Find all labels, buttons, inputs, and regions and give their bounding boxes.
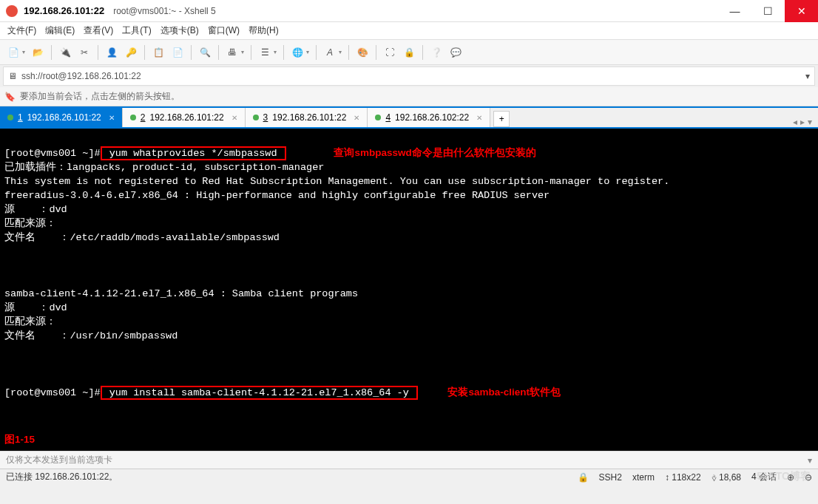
close-tab-icon[interactable]: ✕ (354, 114, 359, 122)
menu-tabs[interactable]: 选项卡(B) (160, 24, 199, 37)
close-button[interactable]: ✕ (785, 0, 818, 22)
close-tab-icon[interactable]: ✕ (231, 114, 237, 122)
hint-text: 要添加当前会话，点击左侧的箭头按钮。 (20, 90, 180, 103)
output-line: 文件名 ：/etc/raddb/mods-available/smbpasswd (4, 232, 280, 243)
tab-number: 4 (385, 112, 391, 123)
separator (191, 45, 192, 60)
open-icon[interactable]: 📂 (29, 44, 47, 61)
status-term: xterm (632, 472, 655, 483)
window-controls: — ☐ ✕ (718, 0, 818, 22)
address-url: ssh://root@192.168.26.101:22 (21, 71, 141, 81)
tab-number: 1 (18, 112, 23, 123)
tab-prev-icon[interactable]: ◂ (793, 117, 797, 127)
print-icon[interactable]: 🖶 (223, 44, 241, 61)
tab-number: 3 (263, 112, 268, 123)
search-icon[interactable]: 🔍 (196, 44, 214, 61)
titlebar: 192.168.26.101:22 root@vms001:~ - Xshell… (0, 0, 818, 22)
tab-nav: ◂ ▸ ▾ (787, 117, 818, 127)
globe-icon[interactable]: 🌐 (288, 44, 306, 61)
app-icon (6, 5, 18, 17)
menu-tools[interactable]: 工具(T) (122, 24, 151, 37)
dropdown-icon[interactable]: ▾ (339, 49, 342, 55)
tab-label: 192.168.26.102:22 (395, 112, 469, 123)
command-highlighted: yum whatprovides */smbpasswd (101, 146, 286, 160)
lock-icon[interactable]: 🔒 (400, 44, 418, 61)
dropdown-icon[interactable]: ▾ (274, 49, 277, 55)
output-line: samba-client-4.1.12-21.el7_1.x86_64 : Sa… (4, 288, 358, 299)
window-title: 192.168.26.101:22 (24, 5, 104, 16)
menu-help[interactable]: 帮助(H) (249, 24, 279, 37)
dropdown-icon[interactable]: ▾ (241, 49, 244, 55)
figure-label: 图1-15 (4, 432, 35, 446)
separator (218, 45, 219, 60)
resize-icon: ↕ (665, 472, 672, 483)
menu-edit[interactable]: 编辑(E) (45, 24, 75, 37)
bookmark-icon[interactable]: 🔖 (4, 92, 16, 102)
tab-session-4[interactable]: 4 192.168.26.102:22 ✕ (368, 108, 490, 127)
key-icon[interactable]: 🔑 (122, 44, 140, 61)
tabs-bar: 1 192.168.26.101:22 ✕ 2 192.168.26.101:2… (0, 106, 818, 127)
input-placeholder: 仅将文本发送到当前选项卡 (6, 454, 112, 466)
address-bar[interactable]: 🖥 ssh://root@192.168.26.101:22 ▾ (3, 67, 815, 86)
output-line: This system is not registered to Red Hat… (4, 176, 669, 187)
output-line: 已加载插件：langpacks, product-id, subscriptio… (4, 162, 324, 173)
color-icon[interactable]: 🎨 (354, 44, 371, 61)
status-dot-icon (7, 115, 13, 120)
terminal[interactable]: [root@vms001 ~]# yum whatprovides */smbp… (0, 127, 818, 451)
close-tab-icon[interactable]: ✕ (476, 114, 482, 122)
annotation: 查询smbpasswd命令是由什么软件包安装的 (334, 147, 535, 158)
status-size: ↕ 118x22 (665, 472, 701, 483)
tab-session-3[interactable]: 3 192.168.26.101:22 ✕ (246, 108, 368, 127)
tab-session-1[interactable]: 1 192.168.26.101:22 ✕ (0, 108, 123, 127)
separator (376, 45, 376, 60)
statusbar: 已连接 192.168.26.101:22。 🔒 SSH2 xterm ↕ 11… (0, 469, 818, 485)
output-line: 源 ：dvd (4, 302, 67, 313)
menu-view[interactable]: 查看(V) (84, 24, 113, 37)
maximize-button[interactable]: ☐ (751, 0, 785, 22)
tab-list-icon[interactable]: ▾ (808, 117, 812, 127)
dropdown-icon[interactable]: ▾ (808, 455, 812, 466)
output-line: 匹配来源： (4, 316, 56, 327)
menu-window[interactable]: 窗口(W) (208, 24, 240, 37)
fullscreen-icon[interactable]: ⛶ (381, 44, 399, 61)
status-lock-icon: 🔒 (578, 472, 589, 483)
font-icon[interactable]: A (321, 44, 339, 61)
output-line: 文件名 ：/usr/bin/smbpasswd (4, 330, 178, 341)
menu-file[interactable]: 文件(F) (7, 24, 36, 37)
menubar: 文件(F) 编辑(E) 查看(V) 工具(T) 选项卡(B) 窗口(W) 帮助(… (0, 22, 818, 40)
paste-icon[interactable]: 📄 (169, 44, 186, 61)
tab-session-2[interactable]: 2 192.168.26.101:22 ✕ (123, 108, 246, 127)
minimize-button[interactable]: — (718, 0, 751, 22)
dropdown-icon[interactable]: ▾ (306, 49, 309, 55)
tab-next-icon[interactable]: ▸ (800, 117, 805, 127)
output-line: 源 ：dvd (4, 204, 67, 215)
status-connection: 已连接 192.168.26.101:22。 (6, 471, 118, 483)
dropdown-icon[interactable]: ▾ (22, 49, 25, 55)
hint-bar: 🔖 要添加当前会话，点击左侧的箭头按钮。 (0, 87, 818, 106)
input-strip[interactable]: 仅将文本发送到当前选项卡 ▾ (0, 451, 818, 469)
close-tab-icon[interactable]: ✕ (109, 114, 115, 122)
profile-icon[interactable]: 👤 (103, 44, 121, 61)
output-line: 匹配来源： (4, 218, 56, 229)
add-tab-button[interactable]: + (493, 111, 510, 127)
output-line: freeradius-3.0.4-6.el7.x86_64 : High-per… (4, 190, 550, 201)
separator (283, 45, 284, 60)
copy-icon[interactable]: 📋 (149, 44, 167, 61)
cursor-icon: ⎀ (711, 472, 719, 483)
reconnect-icon[interactable]: 🔌 (56, 44, 74, 61)
status-dot-icon (130, 115, 136, 120)
disconnect-icon[interactable]: ✂ (75, 44, 93, 61)
status-dot-icon (253, 115, 259, 120)
help-icon[interactable]: ❔ (427, 44, 445, 61)
shell-prompt: [root@vms001 ~]# (4, 148, 101, 159)
properties-icon[interactable]: ☰ (256, 44, 274, 61)
separator (144, 45, 145, 60)
command-highlighted: yum install samba-client-4.1.12-21.el7_1… (101, 386, 418, 400)
shell-prompt: [root@vms001 ~]# (4, 387, 101, 398)
dropdown-icon[interactable]: ▾ (805, 71, 810, 81)
chat-icon[interactable]: 💬 (447, 44, 464, 61)
window-subtitle: root@vms001:~ - Xshell 5 (113, 6, 718, 16)
separator (98, 45, 98, 60)
new-session-icon[interactable]: 📄 (4, 44, 22, 61)
toolbar: 📄▾ 📂 🔌 ✂ 👤 🔑 📋 📄 🔍 🖶▾ ☰▾ 🌐▾ A▾ 🎨 ⛶ 🔒 ❔ 💬 (0, 40, 818, 65)
